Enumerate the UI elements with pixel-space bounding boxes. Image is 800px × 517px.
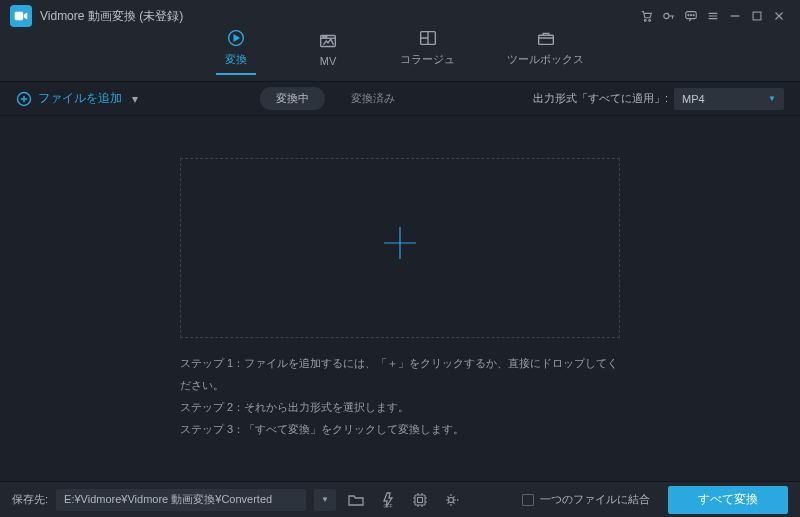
convert-all-button[interactable]: すべて変換 xyxy=(668,486,788,514)
svg-point-1 xyxy=(644,20,646,22)
svg-rect-18 xyxy=(418,497,423,502)
checkbox-box xyxy=(522,494,534,506)
tab-convert[interactable]: 変換 xyxy=(210,24,262,79)
svg-point-12 xyxy=(326,36,327,37)
settings-icon[interactable] xyxy=(440,488,464,512)
add-file-label: ファイルを追加 xyxy=(38,90,122,107)
save-path-dropdown[interactable]: ▼ xyxy=(314,489,336,511)
menu-icon[interactable] xyxy=(702,5,724,27)
svg-point-3 xyxy=(664,13,669,18)
tab-collage[interactable]: コラージュ xyxy=(394,24,461,79)
open-folder-icon[interactable] xyxy=(344,488,368,512)
merge-label: 一つのファイルに結合 xyxy=(540,492,650,507)
minimize-button[interactable] xyxy=(724,5,746,27)
output-format-label: 出力形式「すべてに適用」: xyxy=(533,91,668,106)
step-text: ステップ 3：「すべて変換」をクリックして変換します。 xyxy=(180,418,620,440)
add-file-button[interactable]: ファイルを追加 ▾ xyxy=(16,90,138,107)
subtab-converted[interactable]: 変換済み xyxy=(335,87,411,110)
svg-rect-17 xyxy=(415,495,425,505)
hw-accel-icon[interactable]: OFF xyxy=(376,488,400,512)
merge-into-one-checkbox[interactable]: 一つのファイルに結合 xyxy=(522,492,650,507)
save-path-display[interactable]: E:¥Vidmore¥Vidmore 動画変換¥Converted xyxy=(56,489,306,511)
svg-point-5 xyxy=(688,15,689,16)
step-text: ステップ 2：それから出力形式を選択します。 xyxy=(180,396,620,418)
svg-rect-14 xyxy=(538,35,553,44)
main-area: ステップ 1：ファイルを追加するには、「＋」をクリックするか、直接にドロップして… xyxy=(0,116,800,481)
svg-point-6 xyxy=(690,15,691,16)
close-button[interactable] xyxy=(768,5,790,27)
step-text: ステップ 1：ファイルを追加するには、「＋」をクリックするか、直接にドロップして… xyxy=(180,352,620,396)
main-tab-bar: 変換 MV コラージュ ツールボックス xyxy=(0,32,800,82)
svg-point-11 xyxy=(323,36,324,37)
tab-label: コラージュ xyxy=(400,52,455,67)
key-icon[interactable] xyxy=(658,5,680,27)
save-path-text: E:¥Vidmore¥Vidmore 動画変換¥Converted xyxy=(64,492,272,507)
cart-icon[interactable] xyxy=(636,5,658,27)
svg-text:OFF: OFF xyxy=(384,504,393,509)
output-format-value: MP4 xyxy=(682,93,705,105)
tab-label: 変換 xyxy=(225,52,247,67)
svg-point-2 xyxy=(649,20,651,22)
sub-bar: ファイルを追加 ▾ 変換中 変換済み 出力形式「すべてに適用」: MP4 ▼ xyxy=(0,82,800,116)
svg-point-19 xyxy=(449,497,454,502)
file-drop-zone[interactable] xyxy=(180,158,620,338)
instruction-steps: ステップ 1：ファイルを追加するには、「＋」をクリックするか、直接にドロップして… xyxy=(180,352,620,440)
svg-point-7 xyxy=(693,15,694,16)
tab-label: MV xyxy=(320,55,337,67)
output-format-select[interactable]: MP4 ▼ xyxy=(674,88,784,110)
maximize-button[interactable] xyxy=(746,5,768,27)
tab-label: ツールボックス xyxy=(507,52,584,67)
chevron-down-icon: ▼ xyxy=(768,94,776,103)
app-logo xyxy=(10,5,32,27)
plus-icon xyxy=(378,221,422,274)
svg-rect-0 xyxy=(15,12,23,20)
tab-toolbox[interactable]: ツールボックス xyxy=(501,24,590,79)
svg-rect-8 xyxy=(753,12,761,20)
subtab-converting[interactable]: 変換中 xyxy=(260,87,325,110)
footer-bar: 保存先: E:¥Vidmore¥Vidmore 動画変換¥Converted ▼… xyxy=(0,481,800,517)
save-location-label: 保存先: xyxy=(12,492,48,507)
window-title: Vidmore 動画変換 (未登録) xyxy=(40,8,183,25)
feedback-icon[interactable] xyxy=(680,5,702,27)
tab-mv[interactable]: MV xyxy=(302,27,354,79)
gpu-icon[interactable] xyxy=(408,488,432,512)
